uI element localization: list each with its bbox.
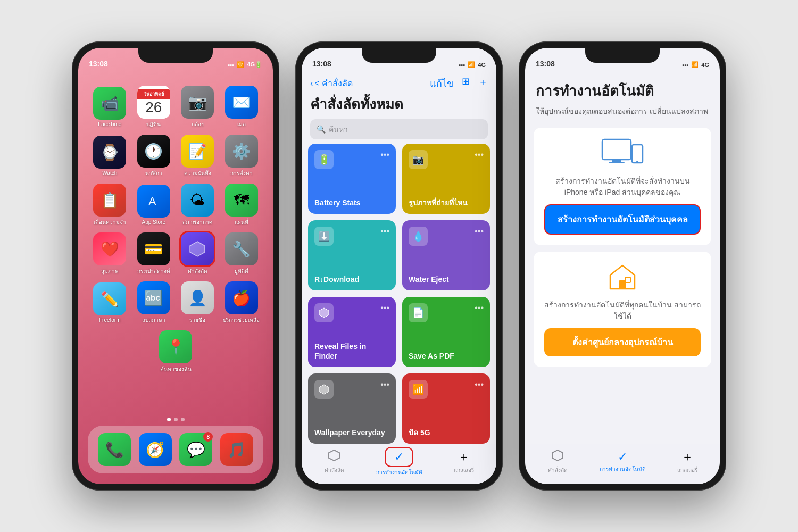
gallery-tab-3[interactable]: ＋ แกลเลอรี่ <box>655 449 720 474</box>
download-menu[interactable]: ••• <box>380 227 389 236</box>
calendar-app[interactable]: วันอาทิตย์ 26 ปฏิทิน <box>135 86 173 128</box>
water-eject-card[interactable]: 💧 ••• Water Eject <box>402 220 490 290</box>
phone2-tab-bar: คำสั่งลัด ✓ การทำงานอัตโนมัติ ＋ แกลเลอรี… <box>302 444 496 484</box>
messages-dock[interactable]: 💬 8 <box>177 433 215 466</box>
music-dock[interactable]: 🎵 <box>218 433 256 466</box>
clock-icon: 🕐 <box>137 135 170 168</box>
watch-icon: ⌚ <box>93 136 126 169</box>
weather-icon: 🌤 <box>181 184 214 217</box>
phone2-screen: 13:08 ▪▪▪ 📶 4G ‹ < คำสั่งลัด แก้ไข ⊞ ＋ ค… <box>302 48 496 484</box>
notes-label: ความบันทึง <box>184 169 211 177</box>
automation-tab-2[interactable]: ✓ การทำงานอัตโนมัติ <box>367 447 431 476</box>
automation-tab-label-3: การทำงานอัตโนมัติ <box>600 465 646 473</box>
automation-tab-outline-2: ✓ <box>385 447 413 467</box>
phone3-screen: 13:08 ▪▪▪ 📶 4G การทำงานอัตโนมัติ ให้อุปก… <box>525 48 720 484</box>
maps-app[interactable]: 🗺 แผนที่ <box>222 184 261 226</box>
spotlight-label: ค้นหาของฉัน <box>160 365 192 373</box>
gallery-tab-icon-2: ＋ <box>458 449 470 465</box>
music-icon: 🎵 <box>220 433 253 466</box>
personal-automation-button[interactable]: สร้างการทำงานอัตโนมัติส่วนบุคคล <box>544 204 701 235</box>
battery-stats-icon: 🔋 <box>314 150 334 169</box>
contacts-icon: 👤 <box>181 281 214 314</box>
svg-rect-8 <box>632 145 643 163</box>
save-pdf-menu[interactable]: ••• <box>475 303 484 313</box>
battery-stats-card[interactable]: 🔋 ••• Battery Stats <box>308 144 396 214</box>
facetime-icon: 📹 <box>93 87 126 120</box>
shortcuts-icon <box>181 232 214 265</box>
back-button[interactable]: ‹ < คำสั่งลัด <box>310 77 353 90</box>
gallery-tab-label-2: แกลเลอรี่ <box>454 466 474 474</box>
appstore-app[interactable]: A App Store <box>135 185 173 225</box>
clock-app[interactable]: 🕐 นาฬิกา <box>135 135 173 177</box>
weather-label: สภาพอากาศ <box>182 218 212 226</box>
status-icons-1: ▪▪▪ 🛜 4G🔋 <box>228 61 262 68</box>
photo-location-card[interactable]: 📷 ••• รูปภาพที่ถ่ายที่ไหน <box>402 144 490 214</box>
contacts-app[interactable]: 👤 รายชื่อ <box>178 281 217 324</box>
safari-dock[interactable]: 🧭 <box>136 433 174 466</box>
grid-icon[interactable]: ⊞ <box>462 76 470 91</box>
settings-app[interactable]: ⚙️ การตั้งค่า <box>222 135 261 177</box>
toggle-5g-menu[interactable]: ••• <box>475 380 484 389</box>
device-icons-svg <box>601 138 644 167</box>
automation-subtitle: ให้อุปกรณ์ของคุณตอบสนองต่อการ เปลี่ยนแปล… <box>536 106 709 117</box>
weather-app[interactable]: 🌤 สภาพอากาศ <box>178 184 217 226</box>
wallpaper-menu[interactable]: ••• <box>380 380 389 389</box>
home-automation-desc: สร้างการทำงานอัตโนมัติที่ทุกคนในบ้าน สาม… <box>544 300 701 322</box>
wallet-app[interactable]: 💳 กระเป๋าสตางค์ <box>135 232 173 275</box>
contacts-label: รายชื่อ <box>189 316 205 324</box>
battery-stats-menu[interactable]: ••• <box>380 150 389 160</box>
appstore-icon: A <box>137 185 170 218</box>
home-icon-container <box>608 262 637 291</box>
time-1: 13:08 <box>89 60 108 68</box>
wallpaper-card[interactable]: ••• Wallpaper Everyday <box>308 373 396 444</box>
home-automation-button[interactable]: ตั้งค่าศูนย์กลางอุปกรณ์บ้าน <box>544 328 701 356</box>
automation-tab-3[interactable]: ✓ การทำงานอัตโนมัติ <box>590 450 655 473</box>
automation-title: การทำงานอัตโนมัติ <box>536 80 709 102</box>
mail-app[interactable]: ✉️ เมล <box>222 86 261 128</box>
back-label: < คำสั่งลัด <box>314 77 353 90</box>
facetime-app[interactable]: 📹 FaceTime <box>90 87 129 127</box>
phone-dock[interactable]: 📞 <box>95 433 134 466</box>
freeform-app[interactable]: ✏️ Freeform <box>90 282 129 323</box>
shortcuts-tab-2[interactable]: คำสั่งลัด <box>302 449 367 474</box>
reveal-files-icon <box>314 303 334 322</box>
spotlight-app[interactable]: 📍 ค้นหาของฉัน <box>156 330 195 373</box>
page-dots <box>78 418 273 421</box>
translate-app[interactable]: 🔤 แปลภาษา <box>135 281 173 324</box>
signal-icon-2: ▪▪▪ <box>459 62 466 68</box>
phone3-tab-bar: คำสั่งลัด ✓ การทำงานอัตโนมัติ ＋ แกลเลอรี… <box>525 444 720 484</box>
camera-app[interactable]: 📷 กล้อง <box>178 86 217 128</box>
app-row-2: 📋 เตือนความจำ A App Store 🌤 สภาพอากาศ 🗺 … <box>88 180 263 229</box>
download-name: R↓Download <box>314 275 389 284</box>
water-eject-name: Water Eject <box>409 275 484 284</box>
calendar-icon: วันอาทิตย์ 26 <box>137 86 170 119</box>
shortcuts-tab-3[interactable]: คำสั่งลัด <box>525 449 590 474</box>
shortcuts-search[interactable]: 🔍 ค้นหา <box>310 119 488 139</box>
svg-marker-4 <box>329 450 339 461</box>
edit-button[interactable]: แก้ไข <box>430 76 453 91</box>
app-row-3: ❤️ สุขภาพ 💳 กระเป๋าสตางค์ คำสั่งลัด 🔧 <box>88 229 263 278</box>
notes-app[interactable]: 📝 ความบันทึง <box>178 135 217 177</box>
maps-icon: 🗺 <box>225 184 258 217</box>
toggle-5g-card[interactable]: 📶 ••• ปัด 5G <box>402 373 490 444</box>
nav-icons: แก้ไข ⊞ ＋ <box>430 76 488 91</box>
health-app[interactable]: ❤️ สุขภาพ <box>90 232 129 275</box>
reveal-files-card[interactable]: ••• Reveal Files in Finder <box>308 297 396 367</box>
add-icon[interactable]: ＋ <box>478 76 488 91</box>
reveal-files-menu[interactable]: ••• <box>380 303 389 313</box>
home-automation-card: สร้างการทำงานอัตโนมัติที่ทุกคนในบ้าน สาม… <box>534 252 711 367</box>
utilities-app[interactable]: 🔧 ยูทิลิตี้ <box>222 232 261 275</box>
watch-app[interactable]: ⌚ Watch <box>90 136 129 176</box>
wallpaper-name: Wallpaper Everyday <box>314 428 389 437</box>
download-card[interactable]: ⬇️ ••• R↓Download <box>308 220 396 290</box>
mail-icon: ✉️ <box>225 86 258 119</box>
shortcuts-app[interactable]: คำสั่งลัด <box>178 232 217 275</box>
wallpaper-icon <box>314 380 334 399</box>
save-pdf-card[interactable]: 📄 ••• Save As PDF <box>402 297 490 367</box>
water-eject-menu[interactable]: ••• <box>475 227 484 236</box>
photo-location-menu[interactable]: ••• <box>475 150 484 160</box>
reminders-app[interactable]: 📋 เตือนความจำ <box>90 184 129 226</box>
spotlight-icon: 📍 <box>159 330 192 363</box>
gallery-tab-2[interactable]: ＋ แกลเลอรี่ <box>431 449 496 474</box>
support-app[interactable]: 🍎 บริการช่วยเหลือ <box>222 281 261 324</box>
